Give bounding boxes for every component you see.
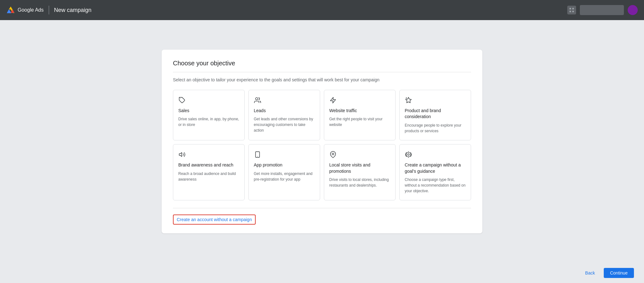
- sales-desc: Drive sales online, in app, by phone, or…: [178, 116, 239, 128]
- objective-product-brand[interactable]: Product and brand consideration Encourag…: [399, 90, 471, 140]
- header-right-area: [567, 5, 638, 15]
- svg-rect-13: [572, 11, 574, 12]
- website-traffic-icon: [329, 96, 337, 104]
- svg-point-24: [408, 154, 409, 155]
- brand-awareness-icon: [178, 151, 186, 158]
- user-avatar[interactable]: [628, 5, 638, 15]
- website-traffic-title: Website traffic: [329, 108, 390, 114]
- svg-rect-12: [569, 11, 571, 12]
- app-header: Google Ads New campaign: [0, 0, 644, 20]
- website-traffic-desc: Get the right people to visit your websi…: [329, 116, 390, 128]
- grid-icon[interactable]: [567, 6, 576, 14]
- objective-card-container: Choose your objective Select an objectiv…: [162, 50, 482, 233]
- card-title: Choose your objective: [173, 60, 471, 67]
- no-goal-desc: Choose a campaign type first, without a …: [405, 177, 466, 194]
- no-campaign-link[interactable]: Create an account without a campaign: [173, 215, 256, 225]
- product-brand-title: Product and brand consideration: [405, 108, 466, 120]
- app-promotion-desc: Get more installs, engagement and pre-re…: [254, 171, 315, 182]
- local-store-icon: [329, 151, 337, 158]
- svg-rect-21: [256, 152, 260, 157]
- main-content: Choose your objective Select an objectiv…: [0, 20, 644, 263]
- leads-icon: [254, 96, 261, 104]
- card-subtitle: Select an objective to tailor your exper…: [173, 72, 471, 82]
- leads-desc: Get leads and other conversions by encou…: [254, 116, 315, 133]
- svg-point-25: [406, 152, 411, 157]
- svg-marker-7: [9, 7, 13, 9]
- product-brand-icon: [405, 96, 412, 104]
- objectives-grid: Sales Drive sales online, in app, by pho…: [173, 90, 471, 200]
- objective-app-promotion[interactable]: App promotion Get more installs, engagem…: [248, 144, 320, 200]
- sales-icon: [178, 96, 186, 104]
- objective-local-store[interactable]: Local store visits and promotions Drive …: [324, 144, 396, 200]
- svg-marker-20: [179, 153, 182, 157]
- bottom-action-bar: Back Continue: [0, 263, 644, 283]
- svg-rect-11: [572, 8, 574, 9]
- no-goal-title: Create a campaign without a goal's guida…: [405, 162, 466, 174]
- local-store-desc: Drive visits to local stores, including …: [329, 177, 390, 188]
- header-divider: [49, 6, 49, 14]
- app-name-label: Google Ads: [18, 7, 44, 13]
- header-search-bar[interactable]: [580, 5, 624, 15]
- objective-brand-awareness[interactable]: Brand awareness and reach Reach a broad …: [173, 144, 245, 200]
- objective-leads[interactable]: Leads Get leads and other conversions by…: [248, 90, 320, 140]
- product-brand-desc: Encourage people to explore your product…: [405, 122, 466, 134]
- svg-point-15: [256, 98, 258, 100]
- logo-area: Google Ads: [6, 6, 44, 14]
- objective-sales[interactable]: Sales Drive sales online, in app, by pho…: [173, 90, 245, 140]
- brand-awareness-title: Brand awareness and reach: [178, 162, 239, 168]
- google-ads-logo-icon: [6, 6, 15, 14]
- objective-no-goal[interactable]: Create a campaign without a goal's guida…: [399, 144, 471, 200]
- continue-button[interactable]: Continue: [604, 268, 634, 278]
- svg-point-23: [332, 153, 334, 155]
- app-promotion-icon: [254, 151, 261, 158]
- page-title: New campaign: [54, 7, 92, 14]
- objective-website-traffic[interactable]: Website traffic Get the right people to …: [324, 90, 396, 140]
- local-store-title: Local store visits and promotions: [329, 162, 390, 174]
- svg-rect-10: [569, 8, 571, 9]
- no-goal-icon: [405, 151, 412, 158]
- sales-title: Sales: [178, 108, 239, 114]
- leads-title: Leads: [254, 108, 315, 114]
- app-promotion-title: App promotion: [254, 162, 315, 168]
- back-button[interactable]: Back: [580, 268, 600, 278]
- svg-marker-16: [330, 97, 336, 103]
- card-footer: Create an account without a campaign: [173, 208, 471, 225]
- brand-awareness-desc: Reach a broad audience and build awarene…: [178, 171, 239, 182]
